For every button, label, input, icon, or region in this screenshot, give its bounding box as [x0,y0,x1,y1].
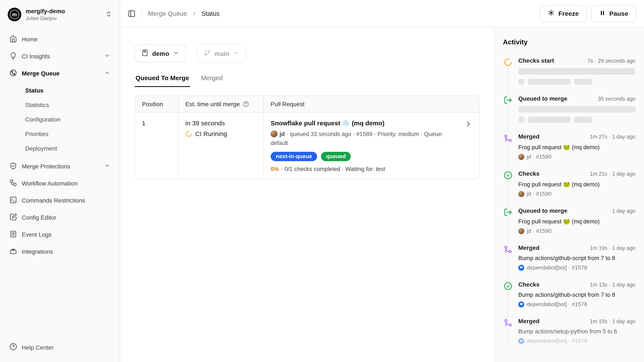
sidebar-item-merge-protections[interactable]: Merge Protections [6,159,114,174]
activity-item: Checks 1m 21s · 1 day ago Frog pull requ… [503,170,636,197]
tab-queued-to-merge[interactable]: Queued To Merge [135,74,190,87]
activity-event-label: Merged [518,133,540,140]
position-cell: 1 [135,113,178,179]
author-avatar [271,131,278,137]
sidebar-item-label: Config Editor [22,214,56,221]
queue-row[interactable]: 1 in 39 seconds CI Running Snowflake pul… [135,113,479,179]
org-name: mergify-demo [26,8,101,15]
queue-tabs: Queued To Merge Merged [135,74,480,87]
badge-queued: queued [321,152,351,161]
activity-time: 1m 9s · 1 day ago [593,355,636,361]
sidebar-subitem-status[interactable]: Status [22,84,114,97]
sidebar-item-home[interactable]: Home [6,32,114,47]
skeleton-bar [518,68,636,75]
activity-item: Merged 1m 15s · 1 day ago Bump actions/s… [503,318,636,344]
sidebar-item-label: CI Insights [22,53,50,60]
sidebar-item-label: Event Logs [22,231,52,238]
git-merge-icon [503,132,513,144]
sidebar-item-label: Commands Restrictions [22,197,85,204]
help-center-link[interactable]: Help Center [6,340,114,354]
sidebar-subitem-priorities[interactable]: Priorities [22,127,114,141]
sidebar-item-event-logs[interactable]: Event Logs [6,227,114,242]
pause-button[interactable]: Pause [591,5,636,22]
checks-passed-icon [503,353,513,362]
badge-next-in-queue: next-in-queue [271,152,317,161]
activity-pr-title: Bump actions/github-script from 7 to 8 [518,255,636,261]
activity-pr-title: Frog pull request 🐸 (mq demo) [518,144,636,151]
puzzle-icon [10,247,17,256]
selectors: demo main [135,44,480,62]
sidebar-item-ci-insights[interactable]: CI Insights [6,49,114,64]
help-center-label: Help Center [22,344,54,351]
edit-pencil-icon [10,213,17,222]
sidebar-item-config-editor[interactable]: Config Editor [6,210,114,225]
header-divider [142,9,142,18]
chevron-down-icon [233,50,239,57]
activity-author: dependabot[bot] · #1579 [527,338,587,344]
home-icon [10,35,17,44]
sidebar-nav: Home CI Insights Merge Queue Status Stat… [6,32,114,259]
skeleton-bar [574,79,592,85]
skeleton-bar [528,79,571,85]
tab-merged[interactable]: Merged [200,74,224,87]
activity-time: 7s · 29 seconds ago [588,58,636,64]
terminal-icon [10,196,17,205]
activity-pr-title: Bump actions/setup-python from 5 to 6 [518,328,636,335]
activity-panel: Activity Checks start 7s · 29 seconds ag… [494,27,644,362]
pr-meta-text: · queued 33 seconds ago · #1589 · Priori… [271,131,443,146]
pause-icon [599,10,606,17]
breadcrumb-status: Status [202,10,220,17]
merge-queue-submenu: Status Statistics Configuration Prioriti… [6,84,114,155]
chevron-right-icon [191,11,197,17]
sidebar-item-commands-restrictions[interactable]: Commands Restrictions [6,193,114,208]
pr-checks-progress: 0% · 0/1 checks completed · Waiting for:… [271,166,460,172]
freeze-button[interactable]: Freeze [540,5,587,22]
author-avatar [518,228,524,234]
branch-value: main [214,50,229,57]
help-circle-icon [10,343,17,352]
sidebar-subitem-deployment[interactable]: Deployment [22,142,114,155]
activity-event-label: Checks [518,354,540,361]
branch-select[interactable]: main [197,44,246,62]
repo-book-icon [142,49,148,57]
help-circle-icon[interactable] [243,101,249,107]
eta-cell: in 39 seconds CI Running [178,113,264,179]
activity-author: jd · #1590 [527,154,552,160]
sidebar-item-merge-queue[interactable]: Merge Queue [6,66,114,81]
sidebar-item-label: Home [22,36,38,43]
repository-select[interactable]: demo [135,44,186,62]
activity-pr-title: Frog pull request 🐸 (mq demo) [518,181,636,188]
checks-passed-icon [503,169,513,181]
sidebar-subitem-configuration[interactable]: Configuration [22,113,114,126]
subitem-label: Deployment [25,145,57,152]
breadcrumb-merge-queue[interactable]: Merge Queue [148,10,187,17]
activity-item: Merged 1m 19s · 1 day ago Bump actions/g… [503,244,636,271]
main-column: Merge Queue Status Freeze Pause [120,0,644,362]
pause-label: Pause [610,10,628,17]
skeleton-bar [574,116,592,123]
repository-value: demo [152,50,169,57]
sidebar-item-integrations[interactable]: Integrations [6,244,114,259]
activity-item: Checks 1m 13s · 1 day ago Bump actions/g… [503,281,636,307]
org-switcher[interactable]: m mergify-demo Julien Danjou [6,5,114,24]
activity-item: Merged 1m 27s · 1 day ago Frog pull requ… [503,133,636,160]
pr-title[interactable]: Snowflake pull request ❄️ (mq demo) [271,119,460,127]
queued-to-merge-icon [503,206,513,218]
logs-icon [10,230,17,239]
ci-spinner-icon [186,130,192,137]
subitem-label: Statistics [25,102,49,108]
row-expand-chevron-icon[interactable] [464,120,472,129]
sidebar-item-label: Workflow Automation [22,180,78,187]
ci-status-label: CI Running [195,130,227,137]
sidebar-item-workflow-automation[interactable]: Workflow Automation [6,176,114,191]
pull-request-cell: Snowflake pull request ❄️ (mq demo) jd ·… [264,113,479,179]
activity-item: Queued to merge 1 day ago Frog pull requ… [503,207,636,234]
subitem-label: Status [25,87,44,94]
pr-author: jd [280,131,285,137]
skeleton-bar [528,116,571,123]
activity-pr-title: Bump actions/github-script from 7 to 8 [518,292,636,298]
sidebar-item-label: Merge Queue [22,70,60,77]
sidebar-toggle-icon[interactable] [128,10,136,17]
chevron-down-icon [173,50,179,57]
sidebar-subitem-statistics[interactable]: Statistics [22,98,114,112]
